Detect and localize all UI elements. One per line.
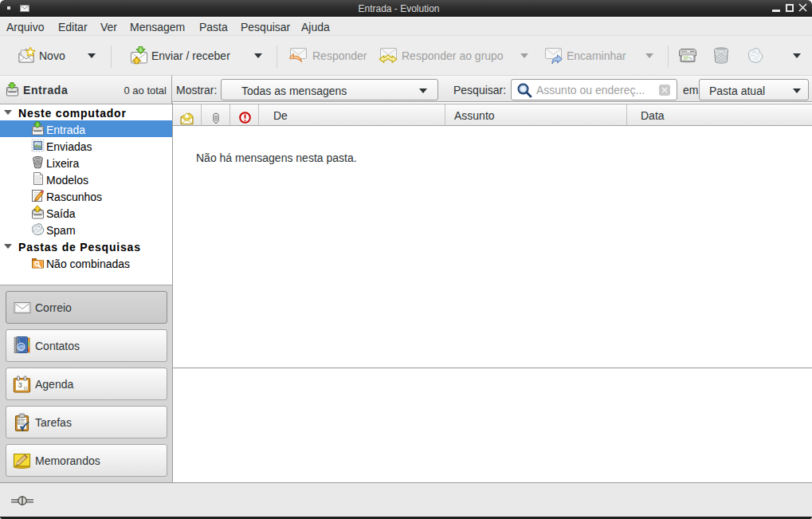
svg-text:@: @ [18, 344, 24, 351]
svg-text:3: 3 [18, 381, 22, 389]
